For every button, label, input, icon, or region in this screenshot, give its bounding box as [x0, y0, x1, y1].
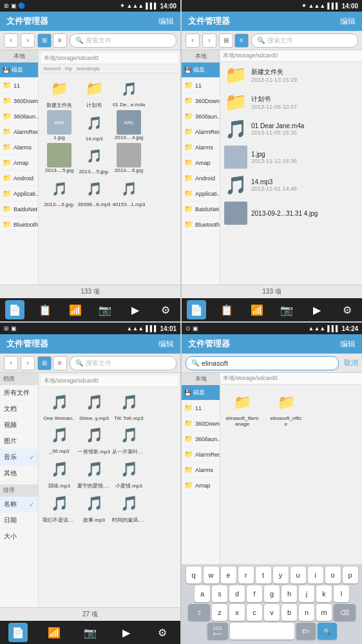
key-s[interactable]: s [212, 585, 227, 602]
sidebar-item-bluetooth-1[interactable]: 📁 Bluetooth [0, 217, 38, 232]
grid-view-button-1[interactable]: ⊞ [37, 33, 52, 48]
bottom-camera-btn-3[interactable]: 📷 [81, 623, 100, 642]
grid-item-newfolder[interactable]: 📁 新建文件夹 [43, 76, 76, 109]
sidebar-item-android-2[interactable]: 📁 Android [182, 171, 220, 186]
key-r[interactable]: r [238, 567, 254, 583]
key-m[interactable]: m [316, 604, 332, 621]
list-view-button-1[interactable]: ≡ [53, 33, 67, 48]
bottom-clipboard-btn-1[interactable]: 📋 [35, 300, 55, 319]
key-g[interactable]: g [264, 585, 280, 602]
bottom-camera-btn-2[interactable]: 📷 [277, 300, 296, 319]
sidebar-item-360-4[interactable]: 📁 360Down... [182, 416, 220, 431]
grid-item-shijian[interactable]: 🎵 时间的漩涡.mp3 [112, 491, 146, 524]
key-h[interactable]: h [281, 585, 297, 602]
grid-item-6jpg[interactable]: 2013-...6.jpg [112, 143, 146, 175]
list-item-m4a[interactable]: 🎵 01 Dear Jane.m4a 2013-11-05 15:35 [220, 116, 362, 143]
sort-item-size[interactable]: 大小 [0, 529, 38, 545]
grid-item-onewoman[interactable]: 🎵 One Woman.. [43, 390, 76, 421]
forward-button-1[interactable]: › [21, 33, 35, 48]
grid-item-xiaoai[interactable]: 🎵 小爱情.mp3 [112, 457, 146, 489]
sort-item-name[interactable]: 名称 ✓ [0, 497, 38, 513]
grid-item-36mp3[interactable]: 🎵 _36.mp3 [43, 422, 76, 455]
grid-item-tiktok[interactable]: 🎵 TiK ToK.mp3 [112, 390, 146, 421]
grid-item-cong[interactable]: 🎵 从一片落叶开始.mp3 [112, 422, 146, 455]
key-o[interactable]: o [325, 567, 341, 583]
cat-item-video[interactable]: 视频 [0, 417, 38, 433]
list-item-4jpg[interactable]: 2013-09-2...31.31 4.jpg [220, 199, 362, 228]
key-shift[interactable]: ⇧ [188, 604, 210, 621]
list-item-14mp3[interactable]: 🎵 14.mp3 2013-11-01 14:46 [220, 172, 362, 199]
sidebar-item-alarms-1[interactable]: 📁 Alarms [0, 140, 38, 155]
key-a[interactable]: a [195, 585, 210, 602]
grid-view-button-3[interactable]: ⊞ [37, 356, 52, 370]
search-box-3[interactable]: 🔍 搜索文件 [70, 356, 176, 370]
list-item-newfolder[interactable]: 📁 新建文件夹 2013-11-13 15:29 [220, 62, 362, 89]
grid-item-40153[interactable]: 🎵 40153...1.mp3 [112, 176, 146, 207]
edit-button-3[interactable]: 编辑 [158, 339, 174, 350]
search-box-1[interactable]: 🔍 搜索文件 [70, 33, 176, 48]
bottom-play-btn-3[interactable]: ▶ [117, 623, 136, 642]
back-button-3[interactable]: ‹ [4, 356, 18, 370]
bottom-doc-btn-2[interactable]: 📄 [187, 300, 206, 319]
cat-item-music[interactable]: 音乐 ✓ [0, 450, 38, 466]
bottom-play-btn-2[interactable]: ▶ [307, 300, 327, 319]
grid-item-xiayu[interactable]: 🎵 夏宇的爱情.mp3 [77, 457, 111, 489]
key-space[interactable] [230, 623, 294, 639]
key-d[interactable]: d [229, 585, 245, 602]
key-b[interactable]: b [281, 604, 297, 621]
sidebar-item-360i-2[interactable]: 📁 360ilaun... [182, 109, 220, 124]
search-result-filemanage[interactable]: 📁 elinasoft_filemanage [223, 390, 262, 427]
key-f[interactable]: f [247, 585, 262, 602]
grid-item-39398[interactable]: 🎵 39398...8.mp3 [77, 176, 111, 207]
bottom-wifi-btn-3[interactable]: 📶 [44, 623, 64, 642]
grid-item-women[interactable]: 🎵 我们不是说好了吗.. [43, 491, 76, 524]
grid-item-6jpgb[interactable]: 🎵 2013-...6.jpg- [43, 176, 76, 207]
sidebar-item-disk-2[interactable]: 💾 磁盘 [182, 62, 220, 78]
key-n[interactable]: n [299, 604, 314, 621]
bottom-doc-btn-3[interactable]: 📄 [8, 623, 28, 642]
key-v[interactable]: v [264, 604, 280, 621]
grid-view-button-2[interactable]: ⊞ [219, 33, 233, 48]
list-view-button-3[interactable]: ≡ [53, 356, 67, 370]
cat-item-all[interactable]: 所有文件 [0, 385, 38, 401]
edit-button-2[interactable]: 编辑 [340, 16, 356, 27]
sidebar-item-amap-2[interactable]: 📁 Amap [182, 155, 220, 171]
sidebar-item-alarm-2[interactable]: 📁 AlarmRec... [182, 124, 220, 140]
list-item-jihua[interactable]: 📁 计划书 2013-11-06 10:57 [220, 89, 362, 116]
grid-item-5jpg[interactable]: 2013-...5.jpg [43, 143, 76, 175]
list-item-1jpg[interactable]: 1.jpg 2013-11-12 16:36 [220, 143, 362, 172]
sidebar-item-360i-1[interactable]: 📁 360ilaun... [0, 109, 38, 124]
key-search[interactable]: 🔍 [318, 623, 337, 639]
edit-button-4[interactable]: 编辑 [340, 339, 356, 350]
sidebar-item-bluetooth-2[interactable]: 📁 Bluetooth [182, 217, 220, 232]
search-value-4[interactable]: elinasoft [202, 359, 228, 367]
key-lang[interactable]: En [296, 623, 316, 639]
key-u[interactable]: u [291, 567, 306, 583]
grid-item-14mp3[interactable]: 🎵 14.mp3 [77, 110, 111, 142]
grid-item-yishou[interactable]: 🎵 一首情歌.mp3 [77, 422, 111, 455]
forward-button-3[interactable]: › [21, 356, 35, 370]
sidebar-item-app-2[interactable]: 📁 Applicati... [182, 186, 220, 202]
grid-item-gushi[interactable]: 🎵 故事.mp3 [77, 491, 111, 524]
sidebar-item-android-1[interactable]: 📁 Android [0, 171, 38, 186]
key-l[interactable]: l [334, 585, 349, 602]
forward-button-2[interactable]: › [202, 33, 216, 48]
back-button-2[interactable]: ‹ [186, 33, 200, 48]
search-box-2[interactable]: 🔍 搜索文件 [251, 33, 358, 48]
bottom-settings-btn-1[interactable]: ⚙ [156, 300, 175, 319]
list-view-button-2[interactable]: ≡ [234, 33, 249, 48]
grid-item-shiney[interactable]: 🎵 Shine..y.mp3 [77, 390, 111, 421]
sidebar-item-11-1[interactable]: 📁 11 [0, 78, 38, 93]
sidebar-item-app-1[interactable]: 📁 Applicati... [0, 186, 38, 202]
sidebar-item-360-1[interactable]: 📁 360Down... [0, 93, 38, 109]
search-box-4[interactable]: 🔍 elinasoft [186, 356, 339, 370]
sort-item-date[interactable]: 日期 [0, 513, 38, 529]
sidebar-item-alarms-4[interactable]: 📁 Alarms [182, 462, 220, 478]
back-button-1[interactable]: ‹ [4, 33, 18, 48]
edit-button-1[interactable]: 编辑 [158, 16, 174, 27]
sidebar-item-360i-4[interactable]: 📁 360ilaun... [182, 431, 220, 447]
bottom-doc-btn-1[interactable]: 📄 [5, 300, 24, 319]
sidebar-item-360-2[interactable]: 📁 360Down... [182, 93, 220, 109]
sidebar-item-amap-4[interactable]: 📁 Amap [182, 478, 220, 493]
bottom-settings-btn-2[interactable]: ⚙ [338, 300, 357, 319]
